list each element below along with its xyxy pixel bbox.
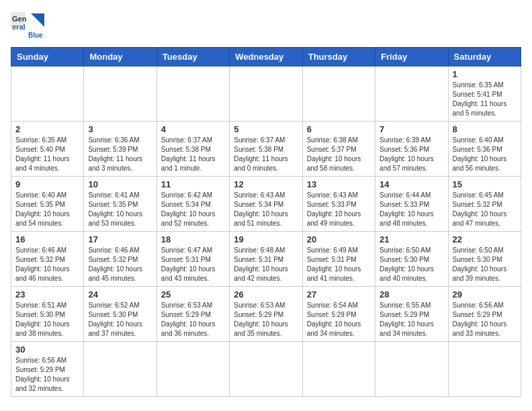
- day-number: 23: [15, 289, 79, 300]
- day-info: Sunrise: 6:43 AM Sunset: 5:34 PM Dayligh…: [234, 191, 298, 228]
- day-number: 26: [234, 289, 298, 300]
- svg-text:eral: eral: [12, 23, 26, 31]
- day-info: Sunrise: 6:46 AM Sunset: 5:32 PM Dayligh…: [88, 246, 152, 283]
- day-info: Sunrise: 6:53 AM Sunset: 5:29 PM Dayligh…: [161, 301, 225, 338]
- day-number: 7: [380, 124, 443, 134]
- calendar-cell: 7Sunrise: 6:39 AM Sunset: 5:36 PM Daylig…: [375, 122, 448, 177]
- day-number: 5: [234, 124, 298, 134]
- calendar-cell: [448, 342, 521, 397]
- calendar-cell: [230, 342, 302, 397]
- day-number: 11: [161, 179, 225, 189]
- day-number: 13: [307, 179, 371, 189]
- calendar-cell: 25Sunrise: 6:53 AM Sunset: 5:29 PM Dayli…: [157, 287, 229, 342]
- day-info: Sunrise: 6:52 AM Sunset: 5:30 PM Dayligh…: [88, 301, 152, 338]
- day-info: Sunrise: 6:35 AM Sunset: 5:40 PM Dayligh…: [15, 136, 79, 173]
- calendar-cell: 18Sunrise: 6:47 AM Sunset: 5:31 PM Dayli…: [157, 232, 229, 287]
- day-info: Sunrise: 6:36 AM Sunset: 5:39 PM Dayligh…: [88, 136, 152, 173]
- calendar-cell: 15Sunrise: 6:45 AM Sunset: 5:32 PM Dayli…: [448, 177, 521, 232]
- calendar-cell: [375, 342, 448, 397]
- calendar-cell: [157, 66, 229, 122]
- calendar-header-row: SundayMondayTuesdayWednesdayThursdayFrid…: [11, 48, 521, 66]
- calendar-cell: [84, 342, 157, 397]
- calendar-cell: [157, 342, 229, 397]
- calendar-week-4: 23Sunrise: 6:51 AM Sunset: 5:30 PM Dayli…: [11, 287, 521, 342]
- day-info: Sunrise: 6:38 AM Sunset: 5:37 PM Dayligh…: [307, 136, 371, 173]
- logo-svg: Gen eral Blue: [11, 11, 44, 40]
- calendar-cell: 8Sunrise: 6:40 AM Sunset: 5:36 PM Daylig…: [448, 122, 521, 177]
- day-number: 17: [88, 234, 152, 244]
- calendar-cell: 22Sunrise: 6:50 AM Sunset: 5:30 PM Dayli…: [448, 232, 521, 287]
- day-info: Sunrise: 6:55 AM Sunset: 5:29 PM Dayligh…: [380, 301, 443, 338]
- calendar-cell: [375, 66, 448, 122]
- calendar-cell: 9Sunrise: 6:40 AM Sunset: 5:35 PM Daylig…: [11, 177, 84, 232]
- weekday-header-sunday: Sunday: [11, 48, 84, 66]
- day-number: 12: [234, 179, 298, 189]
- calendar-cell: [230, 66, 302, 122]
- day-number: 30: [15, 345, 79, 355]
- day-info: Sunrise: 6:46 AM Sunset: 5:32 PM Dayligh…: [15, 246, 79, 283]
- day-number: 21: [380, 234, 443, 244]
- day-number: 15: [453, 179, 517, 189]
- calendar-cell: 20Sunrise: 6:49 AM Sunset: 5:31 PM Dayli…: [302, 232, 375, 287]
- weekday-header-thursday: Thursday: [302, 48, 375, 66]
- day-number: 9: [15, 179, 79, 189]
- svg-marker-3: [31, 13, 44, 27]
- calendar-cell: 5Sunrise: 6:37 AM Sunset: 5:38 PM Daylig…: [230, 122, 302, 177]
- day-number: 20: [307, 234, 371, 244]
- day-info: Sunrise: 6:40 AM Sunset: 5:35 PM Dayligh…: [15, 191, 79, 228]
- calendar-cell: [302, 66, 375, 122]
- calendar-cell: 27Sunrise: 6:54 AM Sunset: 5:29 PM Dayli…: [302, 287, 375, 342]
- header-area: Gen eral Blue: [11, 11, 521, 40]
- day-number: 3: [88, 124, 152, 134]
- calendar-week-1: 2Sunrise: 6:35 AM Sunset: 5:40 PM Daylig…: [11, 122, 521, 177]
- day-info: Sunrise: 6:50 AM Sunset: 5:30 PM Dayligh…: [453, 246, 517, 283]
- day-info: Sunrise: 6:48 AM Sunset: 5:31 PM Dayligh…: [234, 246, 298, 283]
- calendar-cell: 3Sunrise: 6:36 AM Sunset: 5:39 PM Daylig…: [84, 122, 157, 177]
- day-number: 25: [161, 289, 225, 300]
- calendar-cell: 10Sunrise: 6:41 AM Sunset: 5:35 PM Dayli…: [84, 177, 157, 232]
- calendar-week-0: 1Sunrise: 6:35 AM Sunset: 5:41 PM Daylig…: [11, 66, 521, 122]
- calendar-cell: 11Sunrise: 6:42 AM Sunset: 5:34 PM Dayli…: [157, 177, 229, 232]
- weekday-header-monday: Monday: [84, 48, 157, 66]
- day-info: Sunrise: 6:39 AM Sunset: 5:36 PM Dayligh…: [380, 136, 443, 173]
- calendar-cell: 4Sunrise: 6:37 AM Sunset: 5:38 PM Daylig…: [157, 122, 229, 177]
- day-info: Sunrise: 6:56 AM Sunset: 5:29 PM Dayligh…: [15, 356, 79, 394]
- calendar-cell: 13Sunrise: 6:43 AM Sunset: 5:33 PM Dayli…: [302, 177, 375, 232]
- day-number: 1: [453, 69, 517, 79]
- weekday-header-wednesday: Wednesday: [230, 48, 302, 66]
- calendar-week-5: 30Sunrise: 6:56 AM Sunset: 5:29 PM Dayli…: [11, 342, 521, 397]
- day-info: Sunrise: 6:53 AM Sunset: 5:29 PM Dayligh…: [234, 301, 298, 338]
- calendar-cell: 24Sunrise: 6:52 AM Sunset: 5:30 PM Dayli…: [84, 287, 157, 342]
- calendar-cell: 28Sunrise: 6:55 AM Sunset: 5:29 PM Dayli…: [375, 287, 448, 342]
- day-number: 8: [453, 124, 517, 134]
- day-info: Sunrise: 6:56 AM Sunset: 5:29 PM Dayligh…: [453, 301, 517, 338]
- weekday-header-saturday: Saturday: [448, 48, 521, 66]
- day-number: 18: [161, 234, 225, 244]
- day-number: 4: [161, 124, 225, 134]
- day-info: Sunrise: 6:35 AM Sunset: 5:41 PM Dayligh…: [453, 81, 517, 118]
- day-number: 16: [15, 234, 79, 244]
- calendar-cell: 30Sunrise: 6:56 AM Sunset: 5:29 PM Dayli…: [11, 342, 84, 397]
- svg-text:Gen: Gen: [12, 15, 27, 23]
- day-info: Sunrise: 6:42 AM Sunset: 5:34 PM Dayligh…: [161, 191, 225, 228]
- day-info: Sunrise: 6:45 AM Sunset: 5:32 PM Dayligh…: [453, 191, 517, 228]
- day-number: 22: [453, 234, 517, 244]
- day-number: 14: [380, 179, 443, 189]
- weekday-header-friday: Friday: [375, 48, 448, 66]
- calendar-table: SundayMondayTuesdayWednesdayThursdayFrid…: [11, 47, 521, 397]
- calendar-cell: 29Sunrise: 6:56 AM Sunset: 5:29 PM Dayli…: [448, 287, 521, 342]
- day-info: Sunrise: 6:54 AM Sunset: 5:29 PM Dayligh…: [307, 301, 371, 338]
- calendar-cell: 2Sunrise: 6:35 AM Sunset: 5:40 PM Daylig…: [11, 122, 84, 177]
- day-number: 10: [88, 179, 152, 189]
- day-info: Sunrise: 6:43 AM Sunset: 5:33 PM Dayligh…: [307, 191, 371, 228]
- calendar-cell: 23Sunrise: 6:51 AM Sunset: 5:30 PM Dayli…: [11, 287, 84, 342]
- calendar-cell: 16Sunrise: 6:46 AM Sunset: 5:32 PM Dayli…: [11, 232, 84, 287]
- calendar-cell: 12Sunrise: 6:43 AM Sunset: 5:34 PM Dayli…: [230, 177, 302, 232]
- day-number: 19: [234, 234, 298, 244]
- calendar-cell: 6Sunrise: 6:38 AM Sunset: 5:37 PM Daylig…: [302, 122, 375, 177]
- calendar-cell: 21Sunrise: 6:50 AM Sunset: 5:30 PM Dayli…: [375, 232, 448, 287]
- day-number: 29: [453, 289, 517, 300]
- logo: Gen eral Blue: [11, 11, 44, 40]
- day-info: Sunrise: 6:47 AM Sunset: 5:31 PM Dayligh…: [161, 246, 225, 283]
- calendar-cell: 19Sunrise: 6:48 AM Sunset: 5:31 PM Dayli…: [230, 232, 302, 287]
